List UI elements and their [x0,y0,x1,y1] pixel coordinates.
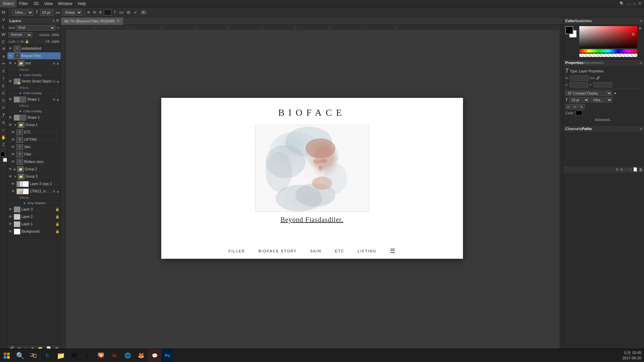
options-icon[interactable]: ▭ [118,10,124,15]
app-minimize[interactable]: — [627,2,631,6]
taskbar-photos[interactable]: 🌄 [94,349,108,362]
expand-icon[interactable]: ▼ [14,62,17,65]
layer-shape2[interactable]: 👁 Shape 2 [7,114,61,121]
props-panel-options[interactable]: ≡ [640,61,642,65]
sharpness-select[interactable]: Sharp [62,9,82,16]
move-tool[interactable]: V [0,16,7,23]
layer-3[interactable]: 👁 Layer 3 🔒 [7,206,61,213]
app-restore[interactable]: □ [633,2,636,6]
taskbar-start[interactable] [0,349,13,362]
cancel-type-icon[interactable]: ⊘ [126,10,131,15]
taskbar-search[interactable]: 🔍 [13,349,27,362]
eye-icon[interactable]: 👁 [9,47,13,51]
taskbar-chrome[interactable]: 🌐 [121,349,134,362]
fill-value[interactable]: 100% [52,40,59,43]
layer-lifting[interactable]: 👁 T LIFTING [7,136,61,143]
eye-icon[interactable]: 👁 [11,182,15,186]
align-right-icon[interactable]: ≡ [98,10,103,15]
font-size-select[interactable]: 10 pt [569,97,589,103]
eye-icon[interactable]: 👁 [11,153,15,157]
eye-icon[interactable]: 👁 [9,98,13,102]
eye-icon[interactable]: 👁 [9,116,13,120]
y-input[interactable] [593,82,612,87]
type-tool[interactable]: T [0,112,7,119]
layer-3copy2[interactable]: 👁 Layer 3 copy 2 [7,180,61,188]
layer-color-overlay-2[interactable]: ● Color Overlay [7,90,61,96]
load-path-btn[interactable]: ◌ [625,167,628,172]
font-family-select[interactable]: SF Compact Display [565,90,612,96]
align-center-icon[interactable]: ≡ [92,10,97,15]
color-spectrum-toggle[interactable]: ▶ [639,26,642,30]
stroke-path-btn[interactable]: ◎ [620,167,623,172]
menu-3d[interactable]: 3D [31,0,41,7]
collapse-icon[interactable]: ▼ [14,123,17,127]
foreground-color[interactable] [0,152,5,157]
eye-icon[interactable]: 👁 [9,175,13,179]
eye-icon[interactable]: 👁 [11,138,15,142]
eye-icon[interactable]: 👁 [9,230,13,234]
gradient-tool[interactable]: G [0,90,7,97]
eraser-tool[interactable]: E [0,82,7,89]
expand-icon[interactable]: ▼ [14,175,17,178]
layer-170613[interactable]: 👁 170613_비오페이... fx ▲ [7,188,61,195]
layer-beyond-filler[interactable]: 👁 T Beyond Filler. [7,52,61,60]
background-color[interactable] [3,158,7,162]
tab-close-btn[interactable]: ✕ [117,19,120,23]
layer-group2[interactable]: 👁 ▶ 📁 Group 2 [7,166,61,173]
eye-icon[interactable]: 👁 [9,123,13,127]
layers-panel-close[interactable]: ✕ [56,19,59,22]
toggle-3d-icon[interactable]: 3D [140,10,147,15]
paths-tab[interactable]: Paths [582,127,592,131]
color-panel-options[interactable]: ≡ [640,19,642,23]
app-close[interactable]: ✕ [638,1,641,6]
taskbar-office[interactable]: W [108,349,121,362]
opacity-slider[interactable] [579,54,637,57]
layer-background[interactable]: 👁 Background 🔒 [7,228,61,235]
delete-path-btn[interactable]: 🗑 [639,168,643,172]
eye-icon[interactable]: 👁 [9,215,13,219]
align-left-icon[interactable]: ≡ [86,10,91,15]
layer-bioface-story[interactable]: 👁 T Bioface story [7,158,61,166]
path-selection-tool[interactable]: A [0,119,7,126]
x-input[interactable] [570,82,588,87]
channels-panel-options[interactable]: ≡ [640,127,642,131]
layer-shape1[interactable]: 👁 Shape 1 fx ▲ [7,96,61,103]
foreground-swatch[interactable] [565,26,573,34]
zoom-tool[interactable]: Z [0,141,7,148]
color-tab[interactable]: Color [565,19,575,23]
color-gradient-picker[interactable] [579,26,637,48]
dodge-tool[interactable]: O [0,97,7,104]
taskbar-groove[interactable]: ♪ [81,349,94,362]
nav-lifting[interactable]: LIFTING [358,249,376,253]
type-color-swatch[interactable] [576,111,582,115]
align-left-btn[interactable]: ≡ [565,104,571,109]
healing-brush-tool[interactable]: ⊕ [0,53,7,60]
commit-type-icon[interactable]: ✓ [133,10,138,15]
eye-icon[interactable]: 👁 [11,145,15,149]
menu-view[interactable]: View [41,0,55,7]
lock-all-btn[interactable]: 🔒 [25,40,29,43]
expand-arrow[interactable]: ▲ [56,62,59,65]
new-path-btn[interactable]: 📄 [633,167,638,172]
layers-kind-select[interactable]: Kind [16,25,55,31]
layer-drop-shadow[interactable]: ● Drop Shadow [7,200,61,206]
taskbar-firefox[interactable]: 🦊 [134,349,148,362]
layer-color-overlay-1[interactable]: ● Color Overlay [7,72,61,78]
history-brush-tool[interactable]: Y [0,75,7,82]
nav-skin[interactable]: SKIN [310,249,321,253]
properties-tab[interactable]: Properties [565,61,583,65]
blend-mode-select[interactable]: Normal [9,32,32,38]
eye-icon[interactable]: 👁 [9,207,13,212]
taskbar-ie[interactable]: e [41,349,54,362]
align-right-btn[interactable]: ≡ [579,104,585,109]
menu-select[interactable]: Select [0,0,16,7]
channels-tab[interactable]: Channels [565,127,582,131]
advanced-btn[interactable]: Advanced... [565,117,642,123]
swatches-tab[interactable]: Swatches [575,19,592,23]
clone-stamp-tool[interactable]: S [0,68,7,74]
hue-slider[interactable] [579,49,637,53]
eye-icon[interactable]: 👁 [11,130,15,134]
eye-icon[interactable]: 👁 [9,61,13,65]
font-family-dropdown[interactable]: ▼ [613,92,617,95]
layer-skin[interactable]: 👁 T Skin [7,143,61,151]
